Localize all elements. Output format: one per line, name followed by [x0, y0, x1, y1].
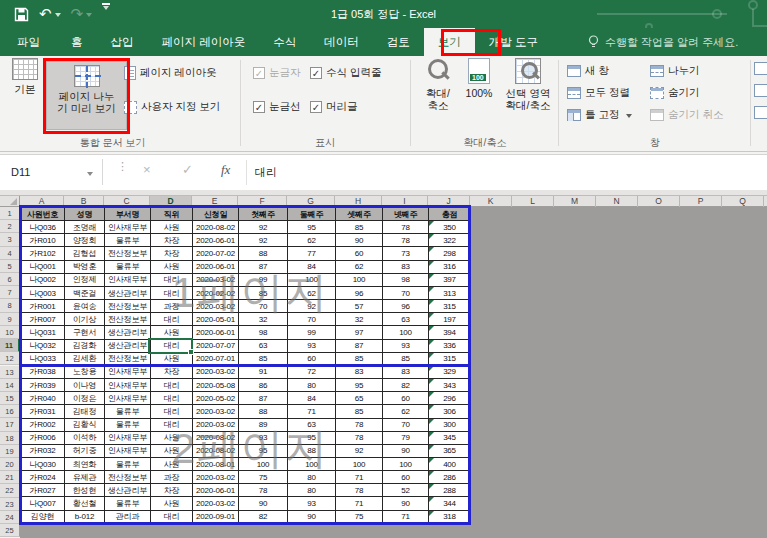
cell[interactable]: 가R010 — [21, 234, 65, 247]
cell[interactable]: 차장 — [151, 365, 193, 378]
gridlines-checkbox-icon[interactable]: ✓ — [253, 101, 265, 113]
tab-2[interactable]: 홈 — [57, 28, 97, 56]
column-header-J[interactable]: J — [428, 196, 470, 207]
ruler-checkbox-icon[interactable]: ✓ — [253, 67, 265, 79]
formula-bar-checkbox-item[interactable]: ✓ 수식 입력줄 — [310, 66, 381, 80]
cell[interactable]: 60 — [288, 352, 336, 365]
header-cell[interactable]: 신청일 — [193, 208, 239, 221]
cell[interactable]: 가R001 — [21, 300, 65, 313]
headings-checkbox-item[interactable]: ✓ 머리글 — [310, 100, 358, 114]
cell[interactable]: 나Q007 — [21, 497, 65, 510]
cell[interactable]: 2020-08-01 — [193, 457, 239, 470]
cell[interactable]: 구현서 — [65, 326, 105, 339]
cell[interactable]: 나Q036 — [21, 221, 65, 234]
cell[interactable]: 인사재무부 — [105, 431, 151, 444]
cell[interactable]: 2020-03-02 — [193, 471, 239, 484]
tab-9[interactable]: 개발 도구 — [475, 28, 552, 56]
cell[interactable]: 과장 — [151, 471, 193, 484]
row-header-18[interactable]: 18 — [0, 432, 20, 445]
column-header-Q[interactable]: Q — [722, 196, 764, 207]
cell[interactable]: 차장 — [151, 247, 193, 260]
cell[interactable]: 99 — [288, 326, 336, 339]
column-header-C[interactable]: C — [104, 196, 150, 207]
cell[interactable]: 336 — [429, 339, 471, 352]
cell[interactable]: 197 — [429, 313, 471, 326]
cell[interactable]: 2020-02-02 — [193, 286, 239, 299]
cell[interactable]: 329 — [429, 365, 471, 378]
row-header-20[interactable]: 20 — [0, 458, 20, 471]
cell[interactable]: 84 — [288, 392, 336, 405]
cell[interactable]: 306 — [429, 405, 471, 418]
cell[interactable]: 78 — [383, 221, 429, 234]
header-cell[interactable]: 총점 — [429, 208, 471, 221]
cell[interactable]: 물류부 — [105, 234, 151, 247]
header-cell[interactable]: 사원번호 — [21, 208, 65, 221]
cell[interactable]: 전산정보부 — [105, 313, 151, 326]
cell[interactable]: 2020-08-02 — [193, 221, 239, 234]
cell[interactable]: 96 — [336, 286, 383, 299]
cell[interactable]: 71 — [336, 497, 383, 510]
column-header-L[interactable]: L — [512, 196, 554, 207]
cell[interactable]: 90 — [239, 497, 288, 510]
out-of-print-area-right[interactable] — [470, 207, 767, 538]
cell[interactable]: 62 — [288, 234, 336, 247]
cell[interactable]: 나Q002 — [21, 273, 65, 286]
cell[interactable]: 2020-06-01 — [193, 326, 239, 339]
tab-4[interactable]: 페이지 레이아웃 — [148, 28, 260, 56]
row-header-12[interactable]: 12 — [0, 352, 20, 365]
cell[interactable]: 가R039 — [21, 379, 65, 392]
cell[interactable]: 100 — [288, 457, 336, 470]
cell[interactable]: 2020-05-08 — [193, 379, 239, 392]
column-header-P[interactable]: P — [680, 196, 722, 207]
tab-5[interactable]: 수식 — [259, 28, 310, 56]
cell[interactable]: 85 — [239, 286, 288, 299]
cell[interactable]: 93 — [288, 497, 336, 510]
cell[interactable]: 72 — [288, 365, 336, 378]
cell[interactable]: 83 — [336, 365, 383, 378]
row-header-10[interactable]: 10 — [0, 326, 20, 339]
cell[interactable]: 92 — [239, 221, 288, 234]
cell[interactable]: 인사재무부 — [105, 379, 151, 392]
column-header-K[interactable]: K — [470, 196, 512, 207]
cell[interactable]: 78 — [336, 418, 383, 431]
cell[interactable]: 가R031 — [21, 405, 65, 418]
cell[interactable]: 이정은 — [65, 392, 105, 405]
cell[interactable]: 98 — [239, 326, 288, 339]
cell[interactable]: 2020-03-02 — [193, 418, 239, 431]
normal-view-button[interactable]: 기본 — [6, 58, 44, 95]
cell[interactable]: 2020-06-01 — [193, 484, 239, 497]
cell[interactable]: 사원 — [151, 260, 193, 273]
cell[interactable]: 63 — [383, 313, 429, 326]
row-header-13[interactable]: 13 — [0, 366, 20, 379]
cell[interactable]: 허기중 — [65, 444, 105, 457]
cell[interactable]: 이석하 — [65, 431, 105, 444]
cell[interactable]: 296 — [429, 392, 471, 405]
tab-1[interactable]: 파일 — [0, 28, 57, 56]
cell[interactable]: 92 — [239, 234, 288, 247]
cell[interactable]: 대리 — [151, 392, 193, 405]
cell[interactable]: 318 — [429, 510, 471, 523]
cell[interactable]: 100 — [288, 273, 336, 286]
row-header-9[interactable]: 9 — [0, 313, 20, 326]
cell[interactable]: 차장 — [151, 234, 193, 247]
cell[interactable]: 85 — [336, 352, 383, 365]
cell[interactable]: 92 — [288, 300, 336, 313]
cell[interactable]: 인정제 — [65, 273, 105, 286]
cell[interactable]: 60 — [383, 392, 429, 405]
cell[interactable]: 과장 — [151, 300, 193, 313]
cell[interactable]: 71 — [288, 405, 336, 418]
cell[interactable]: 대리 — [151, 273, 193, 286]
cell[interactable]: 생산관리부 — [105, 326, 151, 339]
cell[interactable]: 63 — [239, 339, 288, 352]
cell[interactable]: 2020-03-02 — [193, 273, 239, 286]
cell[interactable]: 400 — [429, 457, 471, 470]
cell[interactable]: 생산관리부 — [105, 339, 151, 352]
cell[interactable]: 52 — [383, 484, 429, 497]
cell[interactable]: 가R102 — [21, 247, 65, 260]
row-header-25[interactable]: 25 — [0, 524, 20, 537]
cell[interactable]: 60 — [383, 471, 429, 484]
tab-7[interactable]: 검토 — [373, 28, 424, 56]
cell[interactable]: 김형섭 — [65, 247, 105, 260]
cell[interactable]: 2020-05-01 — [193, 313, 239, 326]
cell[interactable]: 나Q001 — [21, 260, 65, 273]
